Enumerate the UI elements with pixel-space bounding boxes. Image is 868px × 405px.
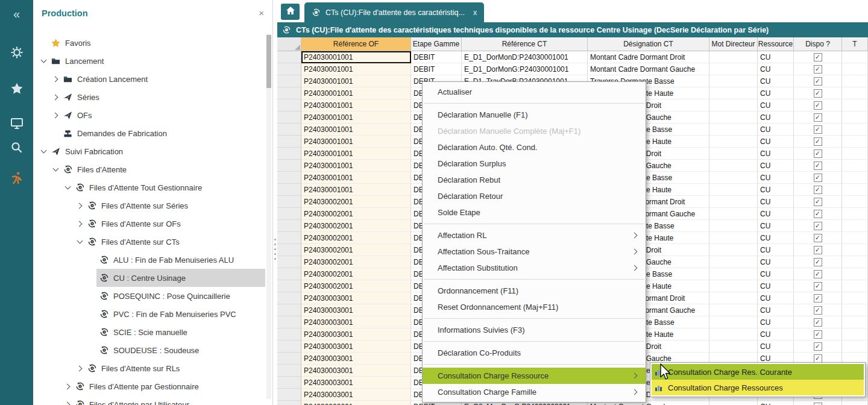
cell-designation[interactable]: Montant Cadre Dormant Droit (588, 51, 709, 63)
cell-dispo[interactable]: ✓ (794, 292, 842, 304)
tree-item-inner[interactable]: Files d'Attente Tout Gestionnaire (72, 178, 265, 196)
menu-item[interactable]: Solde Etape (423, 204, 646, 221)
cell-ressource[interactable]: CU (758, 172, 794, 184)
cell-of[interactable]: P24030002001 (301, 196, 411, 208)
chevron-collapsed-icon[interactable] (63, 381, 72, 391)
cell-of[interactable]: P24030002001 (301, 268, 411, 280)
chevron-collapsed-icon[interactable] (63, 400, 72, 405)
dispo-checkbox[interactable]: ✓ (814, 89, 822, 98)
column-header-7[interactable]: Dispo ? (794, 37, 842, 51)
cell-dispo[interactable]: ✓ (794, 111, 842, 124)
cell-ressource[interactable]: CU (758, 232, 794, 244)
row-selector[interactable] (277, 148, 301, 160)
menu-item[interactable]: Actualiser (423, 84, 646, 100)
menu-item[interactable]: Affectation Sous-Traitance (423, 243, 646, 260)
cell-of[interactable]: P24030001001 (301, 184, 411, 196)
cell-mot[interactable] (709, 220, 758, 232)
cell-ressource[interactable]: CU (758, 220, 794, 232)
tree-item[interactable]: SCIE : Scie manuelle (33, 323, 265, 341)
menu-item[interactable]: Informations Suivies (F3) (423, 322, 646, 338)
row-selector[interactable] (277, 208, 301, 220)
cell-dispo[interactable]: ✓ (794, 328, 842, 341)
dispo-checkbox[interactable]: ✓ (814, 101, 822, 110)
cell-extra[interactable] (842, 172, 868, 184)
cell-dispo[interactable]: ✓ (794, 148, 842, 160)
cell-of[interactable]: P24030002001 (301, 220, 411, 232)
cell-ct[interactable]: E_D1_DorMonG:P24030001001 (462, 63, 588, 75)
row-selector[interactable] (277, 292, 301, 304)
favorites-rail-button[interactable] (0, 77, 33, 102)
cell-extra[interactable] (842, 232, 868, 244)
cell-mot[interactable] (709, 280, 758, 292)
cell-of[interactable]: P24030001001 (301, 51, 411, 63)
menu-item[interactable]: Affectation Substitution (423, 260, 646, 276)
cell-extra[interactable] (842, 401, 868, 405)
tree-item[interactable]: Lancement (33, 52, 265, 70)
tree-item[interactable]: CU : Centre Usinage (33, 269, 265, 287)
cell-of[interactable]: P24030001001 (301, 63, 411, 75)
dispo-checkbox[interactable]: ✓ (814, 198, 822, 206)
cell-extra[interactable] (842, 292, 868, 304)
row-selector[interactable] (277, 160, 301, 172)
cell-dispo[interactable]: ✓ (794, 220, 842, 232)
cell-dispo[interactable]: ✓ (794, 401, 842, 405)
cell-of[interactable]: P24030001001 (301, 148, 411, 160)
dispo-checkbox[interactable]: ✓ (814, 282, 822, 290)
cell-extra[interactable] (842, 341, 868, 353)
tree-item[interactable]: Séries (33, 88, 265, 106)
cell-extra[interactable] (842, 268, 868, 280)
cell-ressource[interactable]: CU (758, 99, 794, 111)
chevron-expanded-icon[interactable] (39, 146, 48, 156)
cell-ressource[interactable]: CU (758, 328, 794, 341)
dispo-checkbox[interactable]: ✓ (814, 174, 822, 182)
cell-of[interactable]: P24030003001 (301, 365, 411, 377)
cell-extra[interactable] (842, 304, 868, 316)
row-selector[interactable] (277, 196, 301, 208)
row-selector[interactable] (277, 280, 301, 292)
cell-ressource[interactable]: CU (758, 244, 794, 256)
cell-dispo[interactable]: ✓ (794, 160, 842, 172)
chevron-collapsed-icon[interactable] (75, 363, 84, 373)
dispo-checkbox[interactable]: ✓ (814, 246, 822, 254)
menu-item[interactable]: Consultation Charge Famille (423, 384, 646, 400)
tree-item[interactable]: OFs (33, 106, 265, 124)
table-row[interactable]: P24030001001DEBITE_D1_DorMonD:P240300010… (277, 51, 868, 63)
cell-ressource[interactable]: CU (758, 280, 794, 292)
menu-item[interactable]: Consultation Charge Ressource (423, 368, 646, 384)
column-header-8[interactable]: T (842, 37, 868, 51)
tree-item-inner[interactable]: ALU : Fin de Fab Menuiseries ALU (96, 251, 265, 269)
cell-dispo[interactable]: ✓ (794, 256, 842, 268)
dispo-checkbox[interactable]: ✓ (814, 77, 822, 86)
menu-item[interactable]: Reset Ordonnancement (Maj+F11) (423, 299, 646, 315)
row-selector[interactable] (277, 353, 301, 365)
cell-ressource[interactable]: CU (758, 124, 794, 136)
cell-mot[interactable] (709, 341, 758, 353)
submenu-item[interactable]: Consultation Charge Ressources (652, 380, 864, 395)
tree-item-inner[interactable]: Favoris (48, 34, 265, 52)
tree-item-inner[interactable]: Création Lancement (60, 70, 265, 88)
chevron-collapsed-icon[interactable] (51, 92, 60, 102)
tree-item-inner[interactable]: SCIE : Scie manuelle (96, 323, 265, 341)
cell-of[interactable]: P24030001001 (301, 75, 411, 87)
tab-cts-cu[interactable]: CTs (CU):File d'attente des caractéristi… (304, 2, 484, 22)
cell-mot[interactable] (709, 99, 758, 111)
chevron-expanded-icon[interactable] (39, 56, 48, 66)
home-button[interactable] (281, 4, 300, 20)
tree-item[interactable]: Files d'Attente sur CTs (33, 233, 265, 251)
select-all-header[interactable] (277, 37, 301, 51)
cell-extra[interactable] (842, 184, 868, 196)
cell-ressource[interactable]: CU (758, 148, 794, 160)
cell-dispo[interactable]: ✓ (794, 136, 842, 148)
cell-ressource[interactable]: CU (758, 268, 794, 280)
dispo-checkbox[interactable]: ✓ (814, 210, 822, 218)
dispo-checkbox[interactable]: ✓ (814, 294, 822, 303)
row-selector[interactable] (277, 51, 301, 63)
row-selector[interactable] (277, 365, 301, 377)
cell-ressource[interactable]: CU (758, 136, 794, 148)
cell-ressource[interactable]: CU (758, 304, 794, 316)
cell-of[interactable]: P24030002001 (301, 280, 411, 292)
cell-extra[interactable] (842, 111, 868, 124)
tree-item-inner[interactable]: Files d'Attente sur OFs (84, 215, 265, 233)
cell-etape[interactable]: DEBIT (411, 51, 462, 63)
cell-dispo[interactable]: ✓ (794, 51, 842, 63)
